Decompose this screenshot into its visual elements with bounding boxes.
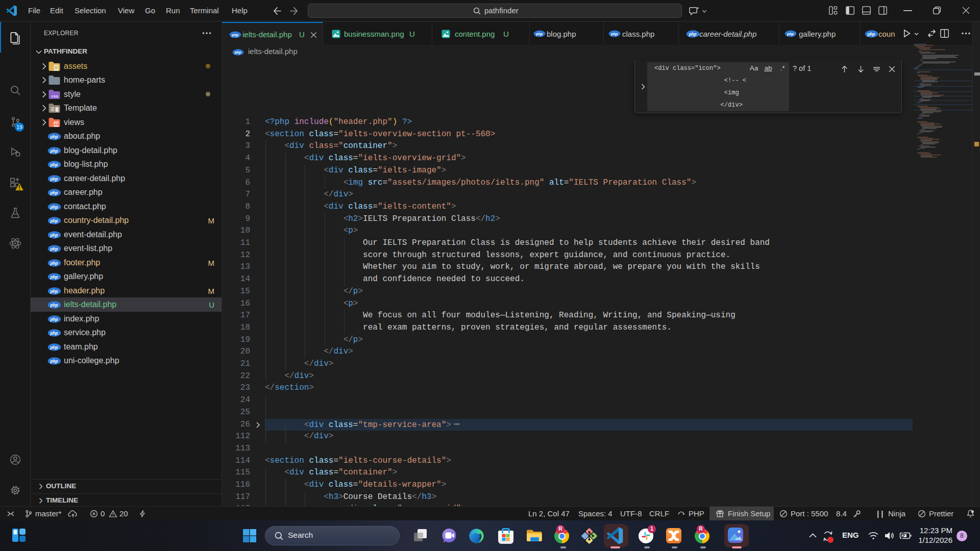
svg-text:php: php xyxy=(610,32,618,36)
svg-text:php: php xyxy=(535,32,543,36)
svg-text:php: php xyxy=(50,148,58,153)
svg-text:php: php xyxy=(50,135,58,139)
svg-text:php: php xyxy=(50,275,58,280)
svg-text:php: php xyxy=(50,177,58,181)
svg-text:php: php xyxy=(867,32,875,37)
svg-text:php: php xyxy=(50,303,58,308)
svg-text:php: php xyxy=(689,32,697,37)
svg-text:php: php xyxy=(50,289,58,293)
svg-text:php: php xyxy=(50,317,58,321)
svg-text:php: php xyxy=(234,51,242,55)
svg-text:php: php xyxy=(50,205,58,209)
svg-text:php: php xyxy=(50,219,58,223)
svg-text:php: php xyxy=(50,247,58,252)
svg-text:php: php xyxy=(50,163,58,167)
svg-text:php: php xyxy=(50,233,58,237)
svg-text:php: php xyxy=(50,191,58,195)
svg-text:<>: <> xyxy=(55,122,59,127)
svg-text:php: php xyxy=(50,359,58,364)
svg-text:php: php xyxy=(231,33,239,37)
svg-text:php: php xyxy=(50,331,58,336)
svg-text:php: php xyxy=(50,345,58,349)
svg-text:css: css xyxy=(52,93,59,98)
svg-text:php: php xyxy=(787,32,794,36)
svg-text:php: php xyxy=(50,261,58,265)
